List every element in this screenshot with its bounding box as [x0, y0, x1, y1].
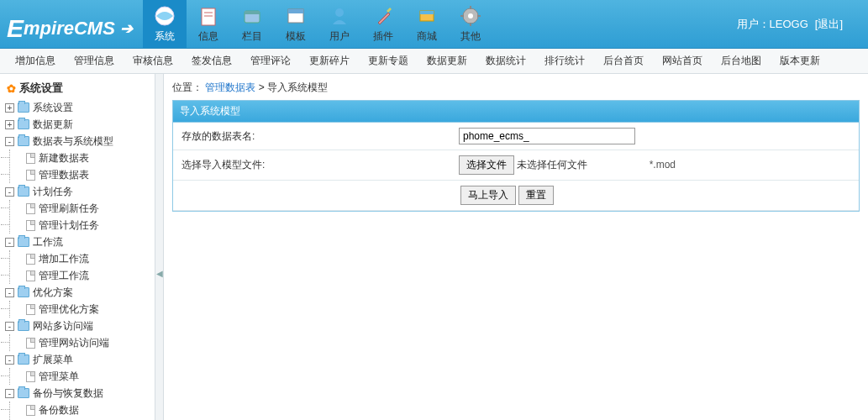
toggle-icon[interactable]: -	[5, 288, 14, 297]
table-name-input[interactable]	[459, 128, 635, 144]
tree-node-管理菜单[interactable]: 管理菜单	[10, 368, 153, 385]
user-box: 用户： LEOGG [退出]	[737, 0, 868, 48]
logout-link[interactable]: [退出]	[815, 17, 843, 32]
tree-label[interactable]: 新建数据表	[39, 151, 89, 165]
tree-label[interactable]: 计划任务	[33, 185, 73, 198]
file-icon	[26, 338, 35, 349]
topnav-label: 信息	[198, 29, 218, 44]
folder-icon	[18, 321, 29, 331]
submenu-数据更新[interactable]: 数据更新	[427, 54, 467, 68]
tree-node-网站多访问端[interactable]: -网站多访问端	[2, 318, 153, 334]
sidebar-title-text: 系统设置	[19, 81, 63, 96]
tree-label[interactable]: 系统设置	[33, 101, 73, 114]
tree-node-管理刷新任务[interactable]: 管理刷新任务	[10, 200, 153, 217]
submenu-后台首页[interactable]: 后台首页	[603, 54, 644, 68]
table-name-label: 存放的数据表名:	[173, 123, 450, 150]
tree-node-备份数据[interactable]: 备份数据	[10, 402, 153, 418]
breadcrumb-current: 导入系统模型	[267, 81, 328, 93]
tree-label[interactable]: 管理计划任务	[39, 218, 99, 232]
folder-icon	[18, 388, 29, 398]
file-icon	[26, 270, 35, 281]
toggle-icon[interactable]: -	[5, 389, 14, 398]
breadcrumb-link[interactable]: 管理数据表	[205, 81, 255, 93]
submenu-排行统计[interactable]: 排行统计	[544, 54, 585, 68]
svg-rect-10	[420, 11, 434, 14]
topnav-icon	[240, 4, 264, 28]
tree-node-管理网站访问端[interactable]: 管理网站访问端	[10, 334, 153, 351]
tree-label[interactable]: 管理优化方案	[39, 302, 99, 316]
tree-node-管理优化方案[interactable]: 管理优化方案	[10, 301, 153, 318]
reset-button[interactable]: 重置	[518, 186, 554, 205]
submenu-数据统计[interactable]: 数据统计	[486, 54, 526, 68]
tree-label[interactable]: 管理菜单	[39, 370, 79, 383]
toggle-icon[interactable]: +	[5, 120, 14, 129]
tree-label[interactable]: 数据表与系统模型	[33, 134, 113, 148]
tree-node-管理数据表[interactable]: 管理数据表	[10, 166, 153, 183]
submenu-更新碎片[interactable]: 更新碎片	[309, 54, 350, 68]
tree-label[interactable]: 备份数据	[39, 403, 79, 417]
tree-node-管理计划任务[interactable]: 管理计划任务	[10, 217, 153, 234]
user-label: 用户：	[737, 17, 770, 32]
tree-node-扩展菜单[interactable]: -扩展菜单	[2, 351, 153, 368]
header: EmpireCMS➔ 系统信息栏目模板用户插件商城其他 用户： LEOGG [退…	[0, 0, 868, 49]
tree-node-备份与恢复数据[interactable]: -备份与恢复数据	[2, 385, 153, 402]
fire-icon: ✿	[7, 82, 16, 95]
topnav-label: 其他	[460, 29, 481, 44]
file-icon	[26, 254, 35, 265]
topnav-栏目[interactable]: 栏目	[230, 0, 274, 48]
tree-label[interactable]: 工作流	[33, 235, 63, 249]
splitter-handle[interactable]: ◀	[155, 74, 164, 420]
breadcrumb: 位置： 管理数据表 > 导入系统模型	[172, 81, 860, 95]
tree-label[interactable]: 管理网站访问端	[39, 336, 109, 349]
topnav-模板[interactable]: 模板	[274, 0, 318, 48]
toggle-icon[interactable]: -	[5, 355, 14, 365]
tree-node-系统设置[interactable]: +系统设置	[2, 99, 153, 116]
sidebar: ✿ 系统设置 +系统设置+数据更新-数据表与系统模型新建数据表管理数据表-计划任…	[0, 74, 155, 420]
tree-node-管理工作流[interactable]: 管理工作流	[10, 267, 153, 284]
submenu-管理信息[interactable]: 管理信息	[74, 54, 114, 68]
submenu-网站首页[interactable]: 网站首页	[662, 54, 702, 68]
toggle-icon[interactable]: +	[5, 103, 14, 113]
submenu-增加信息[interactable]: 增加信息	[15, 54, 55, 68]
topnav-系统[interactable]: 系统	[143, 0, 187, 48]
topnav-信息[interactable]: 信息	[187, 0, 230, 48]
tree-label[interactable]: 扩展菜单	[33, 353, 73, 366]
file-label: 选择导入模型文件:	[173, 150, 450, 181]
submenu-版本更新[interactable]: 版本更新	[780, 54, 820, 68]
submenu-签发信息[interactable]: 签发信息	[192, 54, 232, 68]
tree-label[interactable]: 管理数据表	[39, 168, 89, 181]
topnav-商城[interactable]: 商城	[405, 0, 449, 48]
tree-label[interactable]: 网站多访问端	[33, 319, 93, 333]
tree-label[interactable]: 数据更新	[33, 118, 73, 131]
tree-node-增加工作流[interactable]: 增加工作流	[10, 250, 153, 267]
tree-label[interactable]: 管理工作流	[39, 269, 89, 282]
arrow-icon: ➔	[120, 19, 133, 38]
tree-node-工作流[interactable]: -工作流	[2, 234, 153, 250]
toggle-icon[interactable]: -	[5, 322, 14, 331]
toggle-icon[interactable]: -	[5, 238, 14, 247]
submenu-后台地图[interactable]: 后台地图	[721, 54, 761, 68]
tree-label[interactable]: 备份与恢复数据	[33, 386, 103, 400]
tree-node-数据表与系统模型[interactable]: -数据表与系统模型	[2, 133, 153, 150]
file-icon	[26, 203, 35, 214]
choose-file-button[interactable]: 选择文件	[459, 155, 514, 175]
import-button[interactable]: 马上导入	[460, 186, 516, 205]
topnav-icon	[459, 4, 482, 28]
topnav-其他[interactable]: 其他	[449, 0, 492, 48]
file-hint: *.mod	[650, 159, 676, 171]
brand-big: E	[7, 14, 24, 43]
tree-node-数据更新[interactable]: +数据更新	[2, 116, 153, 133]
submenu-管理评论[interactable]: 管理评论	[250, 54, 291, 68]
toggle-icon[interactable]: -	[5, 187, 14, 197]
tree-node-新建数据表[interactable]: 新建数据表	[10, 150, 153, 166]
topnav-插件[interactable]: 插件	[361, 0, 405, 48]
topnav-用户[interactable]: 用户	[318, 0, 361, 48]
toggle-icon[interactable]: -	[5, 137, 14, 146]
submenu-审核信息[interactable]: 审核信息	[133, 54, 173, 68]
tree-label[interactable]: 增加工作流	[39, 252, 89, 265]
tree-node-计划任务[interactable]: -计划任务	[2, 183, 153, 200]
submenu-更新专题[interactable]: 更新专题	[368, 54, 408, 68]
tree-node-优化方案[interactable]: -优化方案	[2, 284, 153, 301]
tree-label[interactable]: 优化方案	[33, 286, 73, 299]
tree-label[interactable]: 管理刷新任务	[39, 202, 99, 215]
